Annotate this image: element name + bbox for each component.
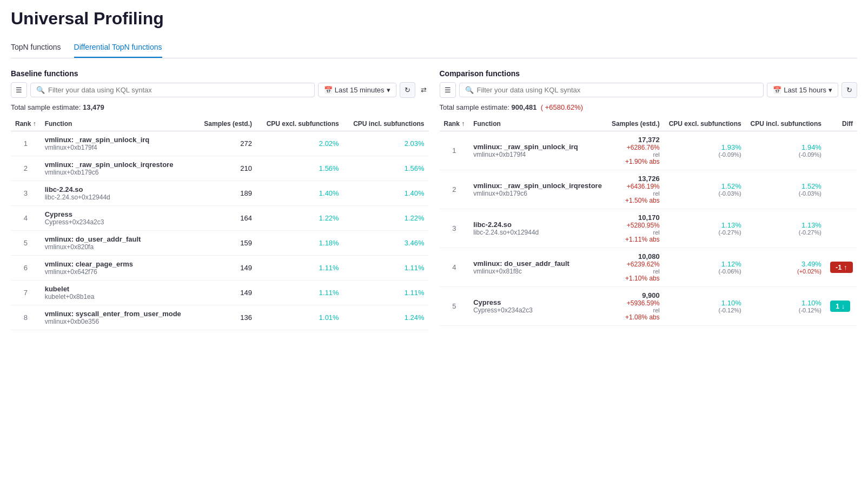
- comparison-col-cpu-excl: CPU excl. subfunctions: [664, 117, 746, 131]
- samples-cell: 272: [196, 131, 256, 156]
- baseline-total-label: Total sample estimate:: [11, 103, 81, 111]
- comparison-title: Comparison functions: [440, 69, 858, 78]
- comparison-filter-bar: ☰ 🔍 📅 Last 15 hours ▾ ↻: [440, 82, 858, 98]
- rank-cell: 2: [11, 156, 41, 181]
- rank-cell: 3: [11, 181, 41, 206]
- comparison-col-diff: Diff: [826, 117, 857, 131]
- swap-button[interactable]: ⇄: [419, 84, 429, 96]
- refresh-icon: ↻: [405, 86, 410, 94]
- rank-cell: 4: [440, 248, 469, 287]
- function-cell: vmlinux: _raw_spin_unlock_irqrestore vml…: [469, 170, 607, 209]
- samples-cell: 17,372 +6286.76% rel +1.90% abs: [607, 131, 664, 170]
- search-icon-comp: 🔍: [465, 86, 474, 94]
- table-row[interactable]: 6 vmlinux: clear_page_erms vmlinux+0x642…: [11, 256, 429, 281]
- comparison-table-body: 1 vmlinux: _raw_spin_unlock_irq vmlinux+…: [440, 131, 858, 326]
- cpu-excl-cell: 1.12% (-0.06%): [664, 248, 746, 287]
- comparison-filter-button[interactable]: ☰: [440, 82, 456, 98]
- comparison-search-box[interactable]: 🔍: [459, 83, 764, 97]
- baseline-filter-bar: ☰ 🔍 📅 Last 15 minutes ▾ ↻ ⇄: [11, 82, 429, 98]
- table-row[interactable]: 4 Cypress Cypress+0x234a2c3 164 1.22% 1.…: [11, 206, 429, 231]
- cpu-excl-cell: 1.01%: [256, 305, 343, 330]
- comparison-time-button[interactable]: 📅 Last 15 hours ▾: [767, 83, 838, 97]
- rank-cell: 8: [11, 305, 41, 330]
- function-cell: kubelet kubelet+0x8b1ea: [41, 281, 196, 305]
- tab-bar: TopN functions Differential TopN functio…: [11, 37, 857, 58]
- baseline-search-box[interactable]: 🔍: [30, 83, 315, 97]
- comparison-table: Rank ↑ Function Samples (estd.) CPU excl…: [440, 117, 858, 326]
- diff-cell: -1 ↑: [826, 248, 857, 287]
- cpu-incl-cell: 1.40%: [343, 181, 429, 206]
- table-row[interactable]: 5 Cypress Cypress+0x234a2c3 9,900 +5936.…: [440, 287, 858, 326]
- function-cell: vmlinux: _raw_spin_unlock_irqrestore vml…: [41, 156, 196, 181]
- cpu-incl-cell: 1.52% (-0.03%): [746, 170, 826, 209]
- baseline-time-label: Last 15 minutes: [335, 86, 385, 94]
- table-row[interactable]: 1 vmlinux: _raw_spin_unlock_irq vmlinux+…: [440, 131, 858, 170]
- function-cell: vmlinux: clear_page_erms vmlinux+0x642f7…: [41, 256, 196, 281]
- filter-icon-comp: ☰: [445, 86, 451, 94]
- table-row[interactable]: 5 vmlinux: do_user_addr_fault vmlinux+0x…: [11, 231, 429, 256]
- cpu-excl-cell: 1.13% (-0.27%): [664, 209, 746, 248]
- baseline-col-samples: Samples (estd.): [196, 117, 256, 131]
- samples-cell: 10,170 +5280.95% rel +1.11% abs: [607, 209, 664, 248]
- cpu-incl-cell: 1.10% (-0.12%): [746, 287, 826, 326]
- cpu-excl-cell: 1.18%: [256, 231, 343, 256]
- function-cell: Cypress Cypress+0x234a2c3: [469, 287, 607, 326]
- chevron-down-icon-comp: ▾: [829, 86, 832, 94]
- comparison-total-change: ( +6580.62%): [539, 103, 583, 111]
- samples-cell: 9,900 +5936.59% rel +1.08% abs: [607, 287, 664, 326]
- comparison-total-label: Total sample estimate:: [440, 103, 509, 111]
- table-row[interactable]: 3 libc-2.24.so libc-2.24.so+0x12944d 10,…: [440, 209, 858, 248]
- baseline-filter-button[interactable]: ☰: [11, 82, 27, 98]
- cpu-incl-cell: 1.94% (-0.09%): [746, 131, 826, 170]
- cpu-excl-cell: 1.11%: [256, 281, 343, 305]
- rank-cell: 2: [440, 170, 469, 209]
- rank-cell: 4: [11, 206, 41, 231]
- baseline-col-function: Function: [41, 117, 196, 131]
- samples-cell: 13,726 +6436.19% rel +1.50% abs: [607, 170, 664, 209]
- search-icon: 🔍: [36, 86, 45, 94]
- diff-cell: [826, 131, 857, 170]
- baseline-table-body: 1 vmlinux: _raw_spin_unlock_irq vmlinux+…: [11, 131, 429, 330]
- table-row[interactable]: 3 libc-2.24.so libc-2.24.so+0x12944d 189…: [11, 181, 429, 206]
- calendar-icon-comp: 📅: [773, 86, 781, 94]
- table-row[interactable]: 8 vmlinux: syscall_enter_from_user_mode …: [11, 305, 429, 330]
- baseline-col: Baseline functions ☰ 🔍 📅 Last 15 minutes…: [11, 69, 429, 330]
- calendar-icon: 📅: [324, 86, 333, 94]
- cpu-excl-cell: 1.11%: [256, 256, 343, 281]
- cpu-incl-cell: 1.13% (-0.27%): [746, 209, 826, 248]
- page-container: Universal Profiling TopN functions Diffe…: [0, 0, 868, 339]
- baseline-refresh-button[interactable]: ↻: [400, 82, 415, 98]
- table-row[interactable]: 4 vmlinux: do_user_addr_fault vmlinux+0x…: [440, 248, 858, 287]
- baseline-col-rank: Rank ↑: [11, 117, 41, 131]
- comparison-col-function: Function: [469, 117, 607, 131]
- tab-differential[interactable]: Differential TopN functions: [74, 37, 162, 58]
- comparison-table-header: Rank ↑ Function Samples (estd.) CPU excl…: [440, 117, 858, 131]
- cpu-incl-cell: 1.11%: [343, 281, 429, 305]
- table-row[interactable]: 7 kubelet kubelet+0x8b1ea 149 1.11% 1.11…: [11, 281, 429, 305]
- table-row[interactable]: 2 vmlinux: _raw_spin_unlock_irqrestore v…: [440, 170, 858, 209]
- diff-cell: [826, 170, 857, 209]
- comparison-search-input[interactable]: [477, 86, 758, 94]
- baseline-search-input[interactable]: [48, 86, 309, 94]
- cpu-excl-cell: 1.52% (-0.03%): [664, 170, 746, 209]
- rank-cell: 1: [11, 131, 41, 156]
- rank-cell: 5: [440, 287, 469, 326]
- samples-cell: 149: [196, 281, 256, 305]
- samples-cell: 210: [196, 156, 256, 181]
- diff-cell: 1 ↓: [826, 287, 857, 326]
- comparison-col-cpu-incl: CPU incl. subfunctions: [746, 117, 826, 131]
- comparison-refresh-button[interactable]: ↻: [842, 82, 857, 98]
- table-row[interactable]: 1 vmlinux: _raw_spin_unlock_irq vmlinux+…: [11, 131, 429, 156]
- tab-topn[interactable]: TopN functions: [11, 37, 61, 58]
- function-cell: vmlinux: do_user_addr_fault vmlinux+0x82…: [41, 231, 196, 256]
- swap-icon: ⇄: [421, 86, 427, 94]
- comparison-col-rank: Rank ↑: [440, 117, 469, 131]
- function-cell: libc-2.24.so libc-2.24.so+0x12944d: [41, 181, 196, 206]
- cpu-excl-cell: 1.10% (-0.12%): [664, 287, 746, 326]
- filter-icon: ☰: [16, 86, 22, 94]
- chevron-down-icon: ▾: [387, 86, 390, 94]
- baseline-time-button[interactable]: 📅 Last 15 minutes ▾: [318, 83, 396, 97]
- baseline-total-value: 13,479: [83, 103, 104, 111]
- page-title: Universal Profiling: [11, 9, 857, 29]
- table-row[interactable]: 2 vmlinux: _raw_spin_unlock_irqrestore v…: [11, 156, 429, 181]
